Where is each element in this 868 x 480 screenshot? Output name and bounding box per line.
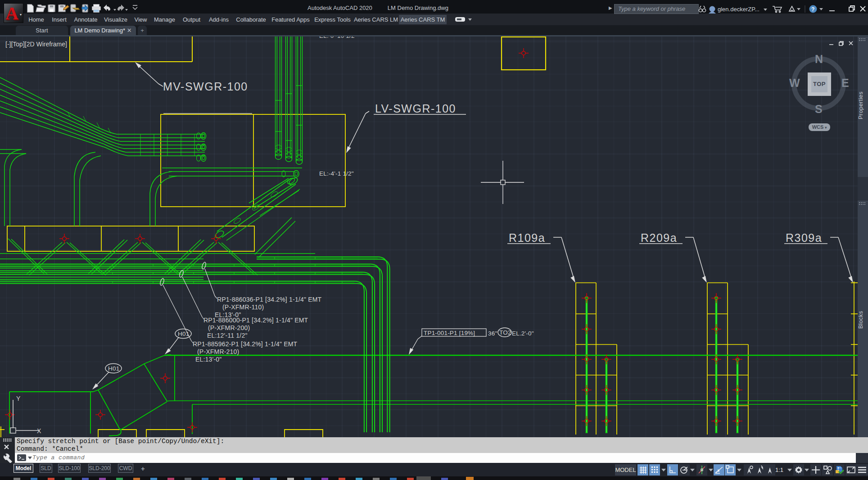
svg-text:(P-XFMR-210): (P-XFMR-210) bbox=[197, 348, 239, 355]
svg-text:TO2: TO2 bbox=[499, 329, 511, 336]
svg-text:RP1-885962-P1 [34.2%] 1-1/4": RP1-885962-P1 [34.2%] 1-1/4" EMT bbox=[193, 340, 298, 348]
svg-text:R109a: R109a bbox=[509, 231, 545, 244]
svg-text:glen.deckerZP...: glen.deckerZP... bbox=[718, 6, 760, 13]
svg-text:(P-XFMR-200): (P-XFMR-200) bbox=[208, 324, 250, 331]
svg-text:36": 36" bbox=[488, 330, 497, 337]
svg-text:LV-SWGR-100: LV-SWGR-100 bbox=[375, 102, 456, 115]
svg-text:RP1-886000-P1 [34.2%] 1-1/4": RP1-886000-P1 [34.2%] 1-1/4" EMT bbox=[203, 317, 308, 324]
svg-text:EL:13'-0": EL:13'-0" bbox=[195, 356, 222, 363]
svg-text:X: X bbox=[37, 427, 41, 435]
svg-text:?: ? bbox=[811, 6, 814, 13]
svg-text:H01: H01 bbox=[178, 331, 189, 337]
svg-text:Y: Y bbox=[16, 395, 21, 402]
svg-text:R209a: R209a bbox=[641, 231, 677, 244]
svg-text:EL: 0'-10 1/2": EL: 0'-10 1/2" bbox=[319, 36, 357, 39]
svg-text:R309a: R309a bbox=[786, 231, 822, 244]
svg-text:RP1-886036-P1 [34.2%] 1-1/4": RP1-886036-P1 [34.2%] 1-1/4" EMT bbox=[217, 296, 322, 303]
svg-text:EL.2'-0": EL.2'-0" bbox=[512, 330, 534, 337]
svg-text:[-][Top][2D Wireframe]: [-][Top][2D Wireframe] bbox=[5, 41, 67, 48]
svg-text:H01: H01 bbox=[108, 365, 119, 372]
svg-text:MV-SWGR-100: MV-SWGR-100 bbox=[163, 80, 248, 93]
svg-text:EL:12'-11 1/2": EL:12'-11 1/2" bbox=[207, 332, 248, 339]
svg-text:(P-XFMR-110): (P-XFMR-110) bbox=[222, 303, 264, 311]
svg-text:EL:-4'-1 1/2": EL:-4'-1 1/2" bbox=[319, 170, 354, 177]
svg-text:TP1-001-P1 [19%]: TP1-001-P1 [19%] bbox=[424, 330, 475, 336]
